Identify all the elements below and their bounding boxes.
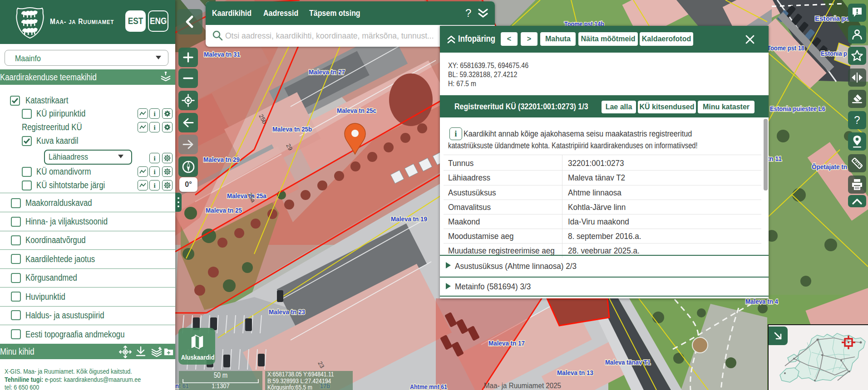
svg-text:Maleva tn 25: Maleva tn 25 — [206, 206, 242, 214]
svg-text:Õpetajate tn: Õpetajate tn — [812, 163, 847, 171]
svg-text:Toome pst 18: Toome pst 18 — [767, 44, 804, 52]
svg-text:Maleva tn 13: Maleva tn 13 — [557, 369, 593, 376]
svg-text:Maleva tänav T1: Maleva tänav T1 — [605, 358, 651, 366]
svg-text:Maleva tn 25c: Maleva tn 25c — [337, 107, 376, 114]
svg-text:Estonia puiestee L6: Estonia puiestee L6 — [770, 105, 825, 112]
svg-text:Maleva tn 27: Maleva tn 27 — [309, 68, 345, 76]
svg-text:Maleva tn 25b: Maleva tn 25b — [272, 125, 312, 133]
svg-text:Maa- ja Ruumiamet 2025: Maa- ja Ruumiamet 2025 — [484, 381, 561, 390]
svg-text:Maleva tn 19: Maleva tn 19 — [391, 215, 427, 223]
svg-text:Maleva tn 23: Maleva tn 23 — [269, 308, 305, 316]
svg-text:Maleva tn 29: Maleva tn 29 — [203, 156, 240, 163]
svg-text:Estonia p: Estonia p — [821, 49, 847, 57]
svg-text:Maleva tn 17: Maleva tn 17 — [488, 339, 525, 347]
svg-text:Maleva tn 4: Maleva tn 4 — [745, 297, 779, 305]
svg-text:tn 11: tn 11 — [767, 155, 782, 162]
svg-text:Estonia pst: Estonia pst — [815, 15, 852, 22]
svg-text:Maleva tn 31: Maleva tn 31 — [204, 50, 240, 58]
svg-text:Ahtme mnt 61: Ahtme mnt 61 — [410, 383, 447, 390]
